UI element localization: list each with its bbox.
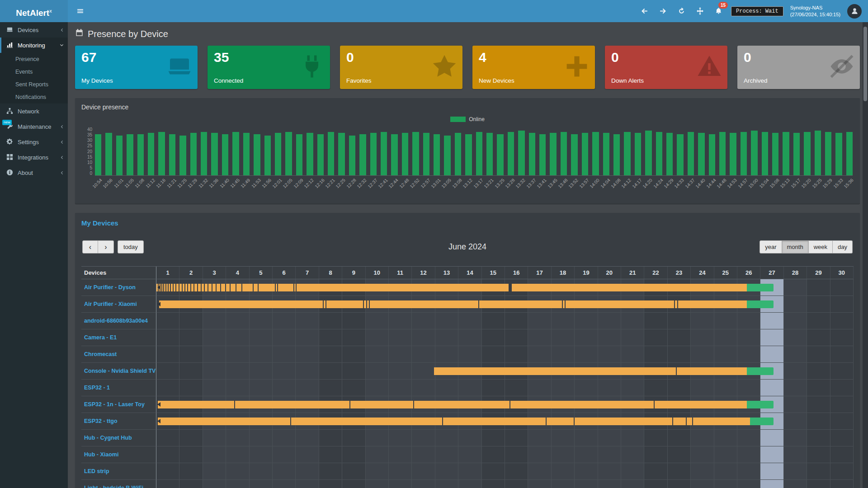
day-cell[interactable] xyxy=(482,446,505,463)
day-header-22[interactable]: 22 xyxy=(644,267,667,279)
day-cell[interactable] xyxy=(156,313,179,329)
day-cell[interactable] xyxy=(342,480,365,488)
day-cell[interactable] xyxy=(621,446,644,463)
sidebar-subitem-presence[interactable]: Presence xyxy=(0,53,68,66)
day-cell[interactable] xyxy=(807,296,830,312)
day-cell[interactable] xyxy=(226,363,249,379)
forward-arrow-icon[interactable] xyxy=(657,5,669,17)
day-cell[interactable] xyxy=(598,430,621,446)
day-cell[interactable] xyxy=(156,380,179,396)
device-name-link[interactable]: ESP32 - ttgo xyxy=(81,413,156,430)
day-cell[interactable] xyxy=(412,463,435,479)
day-cell[interactable] xyxy=(830,463,854,479)
day-cell[interactable] xyxy=(784,329,807,346)
day-cell[interactable] xyxy=(366,380,389,396)
day-cell[interactable] xyxy=(714,380,737,396)
day-cell[interactable] xyxy=(807,446,830,463)
day-header-23[interactable]: 23 xyxy=(668,267,691,279)
day-cell[interactable] xyxy=(366,363,389,379)
day-cell[interactable] xyxy=(435,380,458,396)
day-cell[interactable] xyxy=(668,346,691,362)
day-cell[interactable] xyxy=(621,329,644,346)
day-cell[interactable] xyxy=(644,346,667,362)
day-cell[interactable] xyxy=(505,463,528,479)
device-name-link[interactable]: Light - bedside B WiFi xyxy=(81,480,156,488)
day-cell[interactable] xyxy=(458,380,481,396)
day-cell[interactable] xyxy=(179,329,203,346)
day-cell[interactable] xyxy=(389,380,412,396)
day-cell[interactable] xyxy=(784,363,807,379)
day-cell[interactable] xyxy=(830,413,854,429)
day-cell[interactable] xyxy=(691,313,714,329)
day-cell[interactable] xyxy=(505,346,528,362)
day-cell[interactable] xyxy=(505,329,528,346)
day-cell[interactable] xyxy=(668,313,691,329)
day-cell[interactable] xyxy=(575,380,598,396)
day-cell[interactable] xyxy=(598,446,621,463)
day-cell[interactable] xyxy=(319,363,342,379)
day-cell[interactable] xyxy=(366,313,389,329)
day-cell[interactable] xyxy=(412,346,435,362)
day-cell[interactable] xyxy=(760,480,783,488)
day-cell[interactable] xyxy=(319,329,342,346)
day-header-17[interactable]: 17 xyxy=(528,267,551,279)
day-cell[interactable] xyxy=(807,329,830,346)
day-cell[interactable] xyxy=(737,346,760,362)
day-cell[interactable] xyxy=(156,329,179,346)
day-cell[interactable] xyxy=(621,430,644,446)
day-cell[interactable] xyxy=(528,430,551,446)
day-cell[interactable] xyxy=(435,463,458,479)
notifications-bell[interactable]: 15 xyxy=(712,5,724,17)
day-cell[interactable] xyxy=(342,463,365,479)
day-cell[interactable] xyxy=(830,446,854,463)
day-cell[interactable] xyxy=(807,313,830,329)
day-cell[interactable] xyxy=(412,329,435,346)
day-cell[interactable] xyxy=(226,329,249,346)
day-header-28[interactable]: 28 xyxy=(784,267,807,279)
day-header-16[interactable]: 16 xyxy=(505,267,528,279)
day-cell[interactable] xyxy=(760,380,783,396)
day-cell[interactable] xyxy=(342,329,365,346)
presence-event[interactable] xyxy=(158,401,747,408)
day-cell[interactable] xyxy=(179,363,203,379)
day-cell[interactable] xyxy=(366,329,389,346)
day-cell[interactable] xyxy=(691,446,714,463)
day-cell[interactable] xyxy=(179,446,203,463)
day-header-10[interactable]: 10 xyxy=(366,267,389,279)
day-cell[interactable] xyxy=(389,446,412,463)
day-cell[interactable] xyxy=(552,480,575,488)
day-cell[interactable] xyxy=(366,463,389,479)
day-cell[interactable] xyxy=(412,430,435,446)
day-cell[interactable] xyxy=(342,446,365,463)
day-header-21[interactable]: 21 xyxy=(621,267,644,279)
day-cell[interactable] xyxy=(435,313,458,329)
day-cell[interactable] xyxy=(366,430,389,446)
day-cell[interactable] xyxy=(273,346,296,362)
day-cell[interactable] xyxy=(830,346,854,362)
day-cell[interactable] xyxy=(644,463,667,479)
day-cell[interactable] xyxy=(273,313,296,329)
day-cell[interactable] xyxy=(807,430,830,446)
day-cell[interactable] xyxy=(342,430,365,446)
day-cell[interactable] xyxy=(552,313,575,329)
day-cell[interactable] xyxy=(575,430,598,446)
day-header-13[interactable]: 13 xyxy=(435,267,458,279)
sidebar-item-monitoring[interactable]: Monitoring xyxy=(0,38,68,53)
day-cell[interactable] xyxy=(366,480,389,488)
day-cell[interactable] xyxy=(342,380,365,396)
day-cell[interactable] xyxy=(389,346,412,362)
day-cell[interactable] xyxy=(250,363,273,379)
day-cell[interactable] xyxy=(668,446,691,463)
day-cell[interactable] xyxy=(598,380,621,396)
device-name-link[interactable]: Console - Nvidia Shield TV xyxy=(81,363,156,380)
day-cell[interactable] xyxy=(784,396,807,413)
info-box-new-devices[interactable]: 4New Devices xyxy=(472,46,595,89)
day-cell[interactable] xyxy=(830,430,854,446)
day-cell[interactable] xyxy=(528,346,551,362)
day-cell[interactable] xyxy=(296,430,319,446)
day-header-3[interactable]: 3 xyxy=(203,267,226,279)
day-cell[interactable] xyxy=(412,380,435,396)
day-cell[interactable] xyxy=(830,329,854,346)
day-cell[interactable] xyxy=(319,480,342,488)
day-cell[interactable] xyxy=(668,380,691,396)
